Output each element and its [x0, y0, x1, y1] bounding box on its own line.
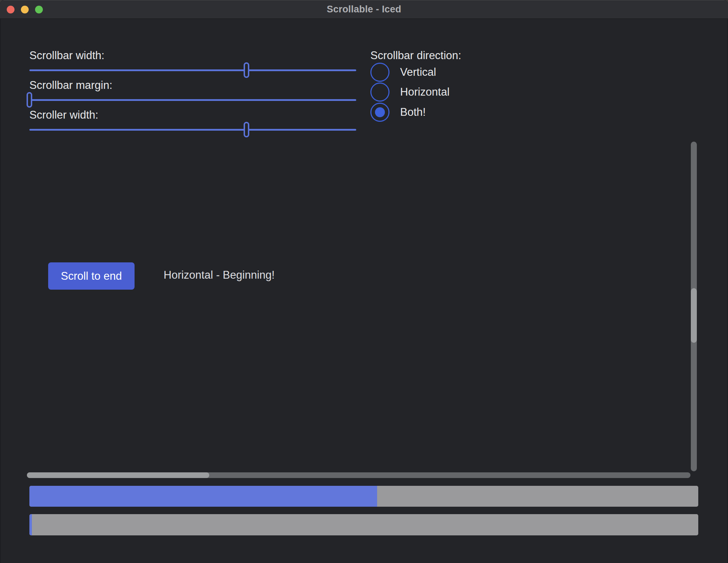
scrollbar-margin-label: Scrollbar margin:: [29, 78, 112, 92]
title-bar: Scrollable - Iced: [0, 0, 728, 18]
scroller-width-slider-handle[interactable]: [244, 122, 249, 137]
scroller-width-label: Scroller width:: [29, 108, 98, 122]
radio-circle-icon: [370, 103, 389, 122]
window-title: Scrollable - Iced: [0, 0, 728, 18]
horizontal-scrollbar-track[interactable]: [27, 472, 690, 478]
scrollbar-width-slider[interactable]: [29, 69, 356, 71]
radio-label-vertical: Vertical: [400, 66, 436, 79]
scrollbar-width-label: Scrollbar width:: [29, 49, 104, 63]
scroll-to-end-button[interactable]: Scroll to end: [48, 262, 135, 290]
radio-option-both[interactable]: Both!: [370, 103, 426, 122]
horizontal-progress-fill: [29, 486, 377, 507]
scrollbar-margin-slider[interactable]: [29, 99, 356, 101]
vertical-scrollbar-thumb[interactable]: [691, 288, 697, 343]
scroller-width-slider[interactable]: [29, 129, 356, 131]
vertical-progress-bar: [29, 514, 698, 535]
radio-circle-icon: [370, 63, 389, 82]
scroll-status-text: Horizontal - Beginning!: [164, 269, 275, 282]
radio-dot: [375, 107, 385, 117]
scrollbar-margin-slider-handle[interactable]: [27, 92, 32, 108]
vertical-scrollbar-track[interactable]: [691, 142, 697, 471]
app-window: Scrollable - Iced Scrollbar width: Scrol…: [0, 0, 728, 563]
horizontal-scrollbar-thumb[interactable]: [27, 472, 209, 478]
scrollbar-width-slider-handle[interactable]: [244, 62, 249, 78]
scrollbar-direction-label: Scrollbar direction:: [370, 49, 461, 63]
radio-option-horizontal[interactable]: Horizontal: [370, 83, 450, 102]
vertical-progress-fill: [29, 514, 32, 535]
radio-option-vertical[interactable]: Vertical: [370, 63, 436, 82]
horizontal-progress-bar: [29, 486, 698, 507]
radio-label-both: Both!: [400, 106, 426, 119]
radio-label-horizontal: Horizontal: [400, 86, 450, 98]
radio-circle-icon: [370, 83, 389, 102]
